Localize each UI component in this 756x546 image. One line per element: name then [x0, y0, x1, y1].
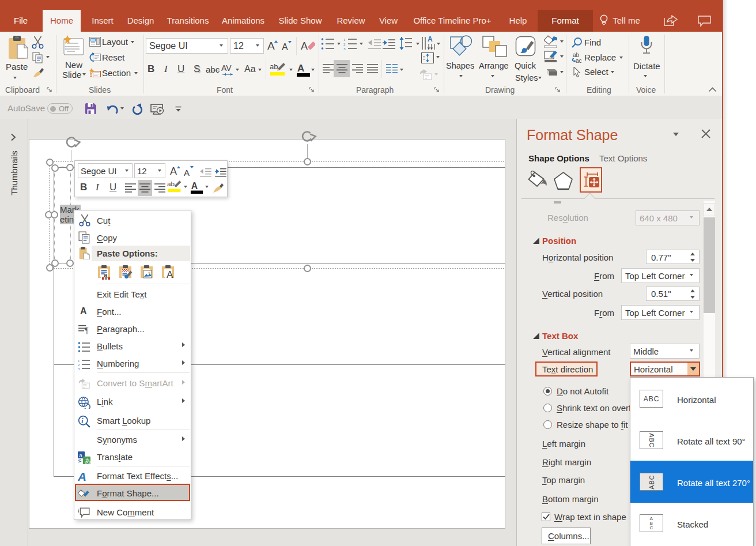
svg-text:a: a — [79, 452, 82, 458]
svg-text:A: A — [297, 63, 304, 74]
svg-text:A: A — [191, 181, 198, 191]
svg-text:A: A — [78, 470, 86, 483]
svg-text:i: i — [81, 417, 84, 425]
svg-text:2: 2 — [343, 42, 346, 47]
svg-text:ac: ac — [576, 58, 582, 63]
svg-text:1: 1 — [343, 37, 346, 42]
svg-text:A: A — [428, 36, 433, 43]
svg-text:あ: あ — [85, 457, 90, 464]
svg-text:3: 3 — [78, 367, 80, 371]
svg-text:¶: ¶ — [85, 326, 89, 335]
svg-text:ab: ab — [167, 180, 175, 187]
svg-text:ab: ab — [270, 62, 278, 71]
svg-text:AV: AV — [221, 64, 232, 73]
svg-text:2: 2 — [78, 363, 80, 367]
svg-text:3: 3 — [343, 47, 346, 51]
svg-text:A: A — [167, 269, 173, 280]
svg-text:1: 1 — [78, 359, 80, 363]
